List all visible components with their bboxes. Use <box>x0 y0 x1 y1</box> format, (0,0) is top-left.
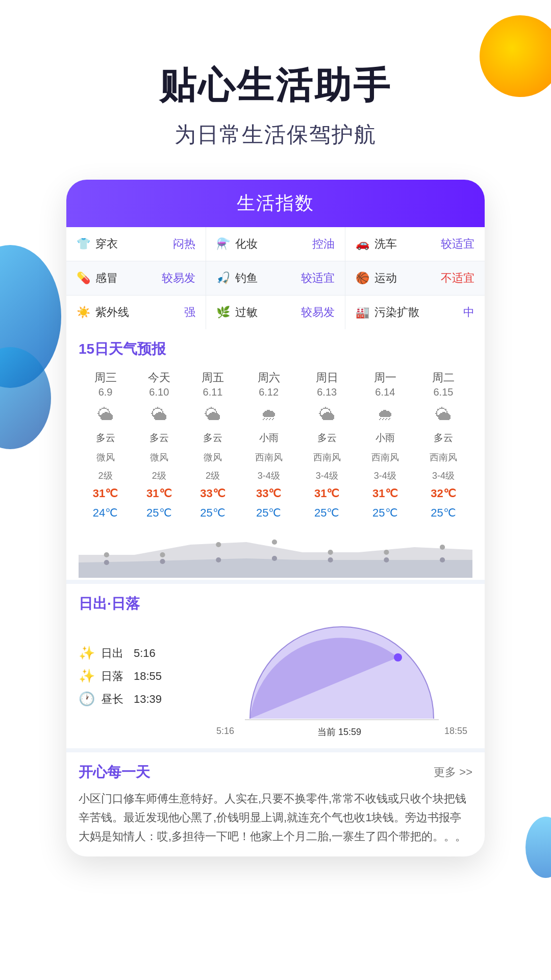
life-index-grid: 👕 穿衣 闷热 ⚗️ 化妆 控油 🚗 洗车 较适宜 💊 感冒 较易发 <box>66 227 485 329</box>
day-0: 周三 <box>79 367 132 386</box>
life-index-row-1: 👕 穿衣 闷热 ⚗️ 化妆 控油 🚗 洗车 较适宜 <box>66 227 485 261</box>
sub-title: 为日常生活保驾护航 <box>0 120 551 149</box>
cold-value: 较易发 <box>162 271 195 286</box>
sunrise-time: 5:16 <box>134 647 156 660</box>
life-index-header: 生活指数 <box>66 180 485 227</box>
sunset-label: 日落 <box>101 669 123 684</box>
fishing-label: 钓鱼 <box>235 271 258 286</box>
svg-point-3 <box>160 552 165 557</box>
sunrise-icon: ✨ <box>79 645 95 661</box>
date-4: 6.13 <box>298 386 356 401</box>
weather-2: 多云 <box>186 428 239 448</box>
sunrise-content: ✨ 日出 5:16 ✨ 日落 18:55 🕐 昼长 13:39 <box>79 622 472 738</box>
wind-level-2: 2级 <box>186 467 239 484</box>
cold-label: 感冒 <box>95 271 118 286</box>
uv-value: 强 <box>184 305 195 320</box>
fishing-value: 较适宜 <box>301 271 335 286</box>
forecast-section: 15日天气预报 周三 今天 周五 周六 周日 周一 周二 6.9 6.10 6.… <box>66 329 485 580</box>
uv-label: 紫外线 <box>95 305 129 320</box>
svg-point-4 <box>216 542 221 547</box>
joy-more[interactable]: 更多 >> <box>434 765 472 780</box>
svg-point-16 <box>394 653 402 662</box>
weather-3: 小雨 <box>240 428 298 448</box>
low-5: 25℃ <box>356 503 414 523</box>
svg-point-15 <box>440 557 445 562</box>
header-section: 贴心生活助手 为日常生活保驾护航 <box>0 0 551 180</box>
wind-3: 西南风 <box>240 448 298 467</box>
sunset-row: ✨ 日落 18:55 <box>79 668 201 684</box>
cell-uv: ☀️ 紫外线 强 <box>66 296 206 329</box>
sunrise-section: 日出·日落 ✨ 日出 5:16 ✨ 日落 18:55 🕐 昼长 13:39 <box>66 580 485 748</box>
temp-chart <box>79 527 472 578</box>
cell-makeup: ⚗️ 化妆 控油 <box>206 227 346 261</box>
wind-6: 西南风 <box>414 448 472 467</box>
arc-end-label: 18:55 <box>444 726 467 738</box>
sunrise-title: 日出·日落 <box>79 594 472 614</box>
forecast-icon-row: 🌥 🌥 🌥 🌧 🌥 🌧 🌥 <box>79 401 472 428</box>
high-0: 31℃ <box>79 484 132 503</box>
phone-mockup: 生活指数 👕 穿衣 闷热 ⚗️ 化妆 控油 🚗 洗车 较适宜 💊 <box>66 180 485 856</box>
wind-level-3: 3-4级 <box>240 467 298 484</box>
day-1: 今天 <box>132 367 186 386</box>
icon-3: 🌧 <box>240 401 298 428</box>
low-3: 25℃ <box>240 503 298 523</box>
svg-point-7 <box>384 550 389 555</box>
cell-sport: 🏀 运动 不适宜 <box>345 261 485 295</box>
arc-current-label: 当前 15:59 <box>317 726 361 738</box>
date-6: 6.15 <box>414 386 472 401</box>
icon-5: 🌧 <box>356 401 414 428</box>
allergy-label: 过敏 <box>235 305 258 320</box>
day-2: 周五 <box>186 367 239 386</box>
weather-4: 多云 <box>298 428 356 448</box>
joy-text: 小区门口修车师傅生意特好。人实在,只要不换零件,常常不收钱或只收个块把钱辛苦钱。… <box>79 789 472 846</box>
cell-clothing: 👕 穿衣 闷热 <box>66 227 206 261</box>
icon-0: 🌥 <box>79 401 132 428</box>
carwash-value: 较适宜 <box>441 236 474 252</box>
wind-level-4: 3-4级 <box>298 467 356 484</box>
wind-4: 西南风 <box>298 448 356 467</box>
duration-label: 昼长 <box>101 692 123 707</box>
main-title: 贴心生活助手 <box>0 61 551 110</box>
day-3: 周六 <box>240 367 298 386</box>
high-2: 33℃ <box>186 484 239 503</box>
icon-4: 🌥 <box>298 401 356 428</box>
high-3: 33℃ <box>240 484 298 503</box>
high-5: 31℃ <box>356 484 414 503</box>
svg-point-9 <box>104 560 109 565</box>
wind-level-1: 2级 <box>132 467 186 484</box>
svg-point-6 <box>328 550 333 555</box>
cell-carwash: 🚗 洗车 较适宜 <box>345 227 485 261</box>
joy-section: 开心每一天 更多 >> 小区门口修车师傅生意特好。人实在,只要不换零件,常常不收… <box>66 748 485 856</box>
wind-5: 西南风 <box>356 448 414 467</box>
weather-6: 多云 <box>414 428 472 448</box>
forecast-day-row: 周三 今天 周五 周六 周日 周一 周二 <box>79 367 472 386</box>
arc-container: 5:16 当前 15:59 18:55 <box>211 622 472 738</box>
weather-1: 多云 <box>132 428 186 448</box>
pollution-icon: 🏭 <box>356 306 369 319</box>
low-1: 25℃ <box>132 503 186 523</box>
arc-svg <box>211 622 472 734</box>
cell-pollution: 🏭 污染扩散 中 <box>345 296 485 329</box>
date-0: 6.9 <box>79 386 132 401</box>
icon-6: 🌥 <box>414 401 472 428</box>
cold-icon: 💊 <box>77 272 90 285</box>
sunset-time: 18:55 <box>134 670 162 683</box>
pollution-label: 污染扩散 <box>374 305 419 320</box>
forecast-table: 周三 今天 周五 周六 周日 周一 周二 6.9 6.10 6.11 6.12 … <box>79 367 472 523</box>
wind-2: 微风 <box>186 448 239 467</box>
makeup-label: 化妆 <box>235 236 258 252</box>
sport-label: 运动 <box>374 271 397 286</box>
uv-icon: ☀️ <box>77 306 90 319</box>
clothing-icon: 👕 <box>77 237 90 251</box>
date-2: 6.11 <box>186 386 239 401</box>
allergy-value: 较易发 <box>301 305 335 320</box>
svg-point-10 <box>160 559 165 564</box>
duration-row: 🕐 昼长 13:39 <box>79 691 201 707</box>
sport-value: 不适宜 <box>441 271 474 286</box>
sunset-icon: ✨ <box>79 668 95 684</box>
clothing-label: 穿衣 <box>95 236 118 252</box>
date-5: 6.14 <box>356 386 414 401</box>
carwash-label: 洗车 <box>374 236 397 252</box>
icon-1: 🌥 <box>132 401 186 428</box>
forecast-date-row: 6.9 6.10 6.11 6.12 6.13 6.14 6.15 <box>79 386 472 401</box>
